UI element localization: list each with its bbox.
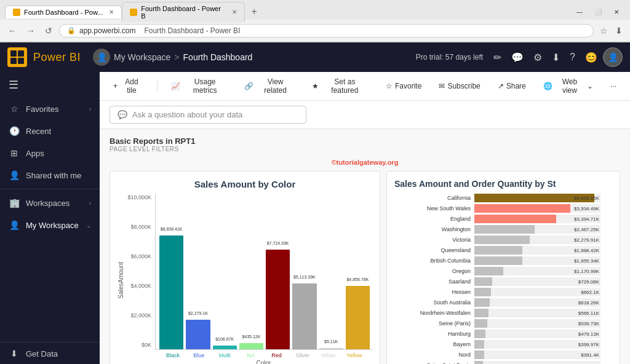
maximize-button[interactable]: ⬜ <box>589 3 607 20</box>
hbar-bar-rect[interactable] <box>474 246 522 255</box>
more-options-button[interactable]: ··· <box>607 80 620 92</box>
web-view-dropdown-icon: ⌄ <box>587 82 593 90</box>
sidebar-item-apps[interactable]: ⊞ Apps <box>0 142 100 164</box>
sidebar-item-favorites[interactable]: ☆ Favorites › <box>0 98 100 120</box>
bar-rect[interactable]: $7,724.33K <box>266 250 290 349</box>
hbar-value-label: $618.26K <box>578 300 599 306</box>
subscribe-icon: ✉ <box>439 82 445 90</box>
y-tick-2: $6,000K <box>130 253 151 259</box>
logo-dot-2 <box>18 50 24 57</box>
hbar-bar-rect[interactable] <box>474 225 535 234</box>
hbar-bar-rect[interactable] <box>474 319 487 328</box>
bar-rect[interactable]: $106.67K <box>213 346 237 349</box>
user-avatar[interactable]: 👤 <box>93 49 110 66</box>
get-data-icon: ⬇ <box>9 349 20 358</box>
bar-rect[interactable]: $5,113.39K <box>292 283 316 349</box>
edit-button[interactable]: ✏ <box>489 49 506 66</box>
hbar-bar-container: $479.13K <box>474 330 600 338</box>
close-button[interactable]: ✕ <box>608 3 625 20</box>
get-data-button[interactable]: ⬇ Get Data <box>0 342 100 364</box>
set-featured-button[interactable]: ★ Set as featured <box>308 76 372 97</box>
view-related-button[interactable]: 🔗 View related <box>241 76 298 97</box>
bar-rect[interactable]: $8,838.41K <box>159 235 183 349</box>
add-tile-button[interactable]: + Add tile <box>110 76 147 97</box>
hbar-bar-rect[interactable] <box>474 350 484 359</box>
hbar-bar-rect[interactable] <box>474 288 491 296</box>
sidebar-item-shared[interactable]: 👤 Shared with me <box>0 164 100 186</box>
hbar-state-label: Hessen <box>394 289 474 295</box>
emoji-button[interactable]: 😊 <box>581 49 602 66</box>
hbar-bar-container: $399.97K <box>474 340 600 349</box>
hbar-bar-rect[interactable] <box>474 309 488 317</box>
qa-input[interactable]: 💬 Ask a question about your data <box>110 106 306 124</box>
hbar-bar-rect[interactable] <box>474 204 570 213</box>
more-options-icon: ··· <box>610 82 616 90</box>
hbar-value-label: $4,934.25K <box>574 196 599 201</box>
hbar-bar-rect[interactable] <box>474 298 490 307</box>
tab-inactive[interactable]: Fourth Dashboard - Power B ✕ <box>122 2 245 22</box>
hbar-bar-rect[interactable] <box>474 215 556 223</box>
settings-button[interactable]: ⚙ <box>529 49 546 66</box>
download-button[interactable]: ⬇ <box>613 25 625 37</box>
back-button[interactable]: ← <box>5 25 20 37</box>
hbar-bar-rect[interactable] <box>474 330 485 338</box>
breadcrumb-workspace[interactable]: My Workspace <box>114 52 170 62</box>
sidebar-item-recent[interactable]: 🕐 Recent <box>0 120 100 142</box>
minimize-button[interactable]: — <box>571 3 588 20</box>
sidebar-item-my-workspace[interactable]: 👤 My Workspace ⌄ <box>0 214 100 236</box>
hbar-row: California$4,934.25K <box>394 194 600 202</box>
page-title-bar: Fourth Dashboard - Power BI <box>144 26 240 35</box>
hbar-bar-rect[interactable] <box>474 267 503 275</box>
help-button[interactable]: ? <box>565 49 580 65</box>
my-workspace-chevron-icon: ⌄ <box>86 222 91 229</box>
sidebar-hamburger-button[interactable]: ☰ <box>0 72 100 98</box>
refresh-button[interactable]: ↺ <box>42 25 55 37</box>
y-axis-title-wrapper: SalesAmount <box>118 194 124 364</box>
bar-group: $4,856.76K <box>346 286 370 349</box>
subscribe-label: Subscribe <box>447 82 480 90</box>
tab-label-2: Fourth Dashboard - Power B <box>141 5 226 20</box>
qa-placeholder-text: Ask a question about your data <box>132 110 242 119</box>
hbar-bar-rect[interactable] <box>474 277 492 286</box>
address-bar[interactable]: 🔒 app.powerbi.com Fourth Dashboard - Pow… <box>59 24 594 38</box>
hbar-bar-container: $729.08K <box>474 277 600 286</box>
set-featured-label: Set as featured <box>321 77 369 95</box>
tab-active[interactable]: Fourth Dashboard - Pow... ✕ <box>5 6 122 18</box>
shared-icon: 👤 <box>9 170 20 180</box>
usage-metrics-label: Usage metrics <box>183 77 228 95</box>
hbar-bar-rect[interactable] <box>474 235 530 244</box>
tab-favicon-2 <box>130 9 137 16</box>
sidebar-item-workspaces[interactable]: 🏢 Workspaces › <box>0 192 100 214</box>
share-button[interactable]: ↗ Share <box>494 80 530 92</box>
comment-button[interactable]: 💬 <box>507 49 528 66</box>
hbar-bar-rect[interactable] <box>474 340 484 349</box>
subscribe-button[interactable]: ✉ Subscribe <box>435 80 484 92</box>
new-tab-button[interactable]: + <box>247 6 260 17</box>
tab-close-btn[interactable]: ✕ <box>109 9 114 15</box>
bar-group: $2,279.1K <box>186 320 210 349</box>
download-topbar-button[interactable]: ⬇ <box>548 49 564 66</box>
hbar-bar-rect[interactable] <box>474 361 483 364</box>
bar-rect[interactable]: $2,279.1K <box>186 320 210 349</box>
bar-x-label: Yellow <box>343 352 366 358</box>
topbar-breadcrumb: 👤 My Workspace > Fourth Dashboard <box>93 49 252 66</box>
bar-rect[interactable]: $5.11K <box>319 348 343 349</box>
user-account-avatar[interactable]: 👤 <box>603 47 623 67</box>
usage-metrics-button[interactable]: 📈 Usage metrics <box>167 76 231 97</box>
bar-rect[interactable]: $4,856.76K <box>346 286 370 349</box>
sidebar-item-my-workspace-label: My Workspace <box>26 221 80 230</box>
bar-rect[interactable]: $435.12K <box>239 343 263 350</box>
hbar-row: South Australia$618.26K <box>394 298 600 307</box>
bar-x-label: White <box>317 352 340 358</box>
favorite-button[interactable]: ☆ Favorite <box>382 80 425 92</box>
tab-close-btn-2[interactable]: ✕ <box>232 9 237 15</box>
bar-labels: BlackBlueMultiNARedSilverWhiteYellow <box>155 350 372 358</box>
web-view-button[interactable]: 🌐 Web view ⌄ <box>540 76 597 97</box>
hbar-value-label: $479.13K <box>578 331 599 337</box>
forward-button[interactable]: → <box>23 25 38 37</box>
hbar-chart-panel: Sales Amount and Order Quantity by St Ca… <box>386 171 620 364</box>
hbar-state-label: New South Wales <box>394 205 474 212</box>
hbar-bar-rect[interactable] <box>474 256 522 265</box>
share-label: Share <box>506 82 526 90</box>
bookmark-button[interactable]: ☆ <box>597 25 610 37</box>
